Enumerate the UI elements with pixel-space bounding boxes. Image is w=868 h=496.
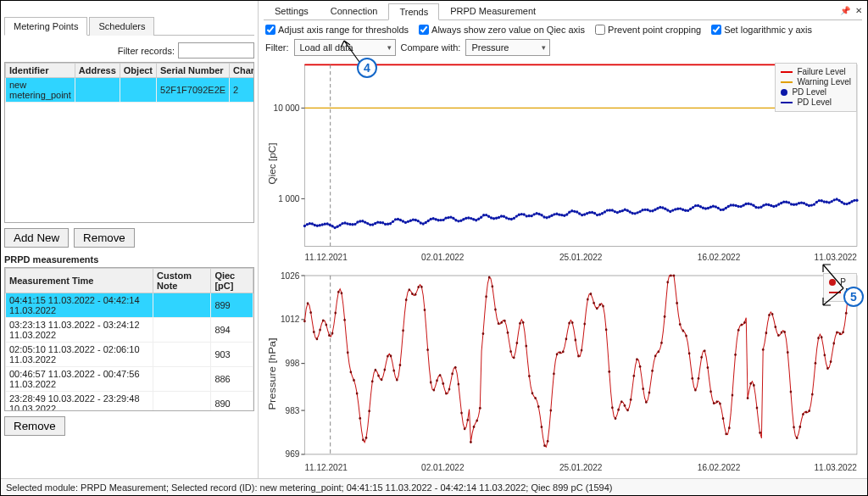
col-object[interactable]: Object	[120, 64, 156, 78]
tab-settings[interactable]: Settings	[264, 3, 320, 20]
svg-point-257	[319, 328, 321, 331]
svg-point-49	[392, 220, 394, 223]
svg-point-145	[634, 212, 637, 215]
pin-icon[interactable]: 📌	[840, 6, 850, 15]
svg-point-339	[571, 321, 574, 324]
col-measurement-time[interactable]: Measurement Time	[6, 269, 153, 293]
svg-point-422	[826, 367, 829, 370]
remove-mp-button[interactable]: Remove	[74, 228, 135, 248]
svg-point-386	[715, 400, 718, 403]
measurements-grid[interactable]: Measurement Time Custom Note Qiec [pC] 0…	[4, 267, 254, 411]
svg-point-76	[459, 219, 462, 221]
table-row[interactable]: 04:41:15 11.03.2022 - 04:42:14 11.03.202…	[6, 293, 253, 318]
svg-point-106	[536, 212, 538, 215]
col-address[interactable]: Address	[75, 64, 120, 78]
svg-point-213	[805, 203, 808, 206]
close-icon[interactable]: ✕	[855, 6, 862, 15]
svg-point-261	[331, 332, 334, 335]
svg-point-298	[445, 393, 448, 395]
svg-point-222	[828, 201, 831, 203]
tab-schedulers[interactable]: Schedulers	[89, 17, 154, 36]
svg-point-95	[508, 217, 510, 220]
table-row[interactable]: 02:05:10 11.03.2022 - 02:06:10 11.03.202…	[6, 343, 253, 367]
svg-point-297	[442, 382, 444, 385]
svg-point-165	[684, 209, 687, 212]
svg-point-367	[658, 350, 660, 353]
add-new-button[interactable]: Add New	[4, 228, 69, 248]
svg-point-317	[504, 320, 506, 322]
svg-point-53	[402, 220, 404, 222]
svg-point-264	[341, 292, 343, 294]
svg-point-363	[645, 401, 648, 404]
right-panel: Settings Connection Trends PRPD Measurem…	[259, 1, 867, 478]
table-row[interactable]: 00:46:57 11.03.2022 - 00:47:56 11.03.202…	[6, 367, 253, 392]
svg-text:11.12.2021: 11.12.2021	[304, 253, 348, 262]
svg-point-419	[817, 337, 820, 339]
svg-text:16.02.2022: 16.02.2022	[698, 253, 741, 262]
col-qiec[interactable]: Qiec [pC]	[211, 269, 253, 293]
col-identifier[interactable]: Identifier	[6, 64, 75, 78]
opt-show-zero[interactable]: Always show zero value on Qiec axis	[419, 25, 585, 35]
svg-point-54	[404, 221, 407, 224]
svg-point-221	[826, 201, 828, 203]
tab-trends[interactable]: Trends	[388, 3, 439, 20]
svg-point-45	[381, 221, 384, 224]
svg-text:25.01.2022: 25.01.2022	[559, 461, 602, 472]
svg-point-323	[522, 321, 525, 324]
svg-point-205	[785, 201, 787, 203]
tab-metering-points[interactable]: Metering Points	[4, 17, 87, 36]
svg-point-122	[576, 210, 578, 213]
svg-point-307	[473, 426, 476, 428]
svg-point-295	[436, 379, 438, 382]
svg-point-191	[749, 203, 752, 205]
opt-adjust-axis[interactable]: Adjust axis range for thresholds	[265, 25, 409, 35]
qiec-chart[interactable]: 1 00010 000Qiec [pC]11.12.202102.01.2022…	[264, 59, 862, 268]
svg-point-359	[632, 375, 635, 377]
compare-combo[interactable]: Pressure	[465, 39, 550, 56]
svg-point-153	[654, 209, 656, 211]
svg-point-370	[666, 281, 669, 283]
opt-prevent-crop[interactable]: Prevent point cropping	[595, 25, 701, 35]
filter-records-input[interactable]	[178, 42, 254, 59]
metering-points-grid[interactable]: Identifier Address Object Serial Number …	[4, 62, 254, 223]
svg-point-355	[620, 400, 623, 403]
svg-point-373	[676, 302, 678, 304]
svg-point-137	[614, 210, 616, 213]
svg-point-23	[326, 222, 329, 225]
pressure-chart[interactable]: 96998399810121026Pressure [hPa]11.12.202…	[264, 270, 862, 478]
svg-point-365	[651, 370, 654, 372]
svg-point-114	[555, 213, 558, 215]
tab-connection[interactable]: Connection	[320, 3, 389, 20]
svg-point-85	[482, 214, 485, 216]
svg-point-162	[676, 208, 679, 210]
svg-point-418	[815, 362, 817, 365]
tab-prpd-measurement[interactable]: PRPD Measurement	[439, 3, 547, 20]
svg-point-107	[537, 213, 540, 215]
col-custom-note[interactable]: Custom Note	[153, 269, 211, 293]
svg-point-358	[630, 398, 632, 401]
right-tabs: Settings Connection Trends PRPD Measurem…	[264, 3, 862, 20]
opt-log-y[interactable]: Set logarithmic y axis	[711, 25, 812, 35]
svg-point-227	[840, 201, 843, 203]
svg-point-159	[669, 210, 671, 213]
svg-point-311	[485, 295, 487, 298]
svg-point-254	[309, 311, 312, 314]
svg-point-281	[392, 369, 395, 371]
svg-point-304	[464, 427, 466, 430]
svg-point-127	[588, 211, 591, 214]
svg-point-158	[666, 209, 669, 211]
svg-point-269	[356, 392, 359, 394]
svg-point-426	[839, 332, 842, 335]
col-channel[interactable]: Channel	[230, 64, 254, 78]
remove-measurement-button[interactable]: Remove	[4, 416, 65, 436]
table-row[interactable]: 23:28:49 10.03.2022 - 23:29:48 10.03.202…	[6, 392, 253, 412]
svg-point-48	[389, 222, 392, 225]
table-row[interactable]: new metering_point 52F1F7092E2E 2	[6, 78, 255, 103]
status-bar: Selected module: PRPD Measurement; Selec…	[1, 478, 867, 495]
svg-point-116	[560, 214, 563, 216]
col-serial[interactable]: Serial Number	[157, 64, 230, 78]
svg-point-125	[583, 213, 586, 215]
table-row[interactable]: 03:23:13 11.03.2022 - 03:24:12 11.03.202…	[6, 318, 253, 343]
svg-point-168	[692, 206, 694, 209]
svg-point-224	[833, 198, 836, 201]
